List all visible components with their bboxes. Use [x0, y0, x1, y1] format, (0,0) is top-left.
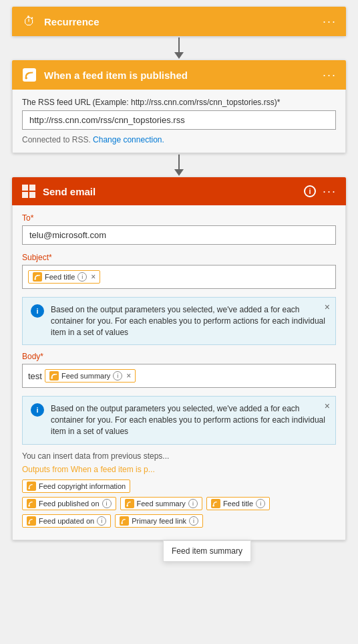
svg-point-7	[28, 488, 30, 490]
send-email-title: Send email	[43, 186, 304, 197]
svg-rect-4	[29, 192, 35, 198]
feed-trigger-header: When a feed item is published ···	[12, 60, 346, 90]
chip-info-2[interactable]: i	[102, 499, 112, 508]
chip-feed-published[interactable]: Feed published on i	[22, 497, 116, 510]
chip-feed-summary[interactable]: Feed summary i	[120, 497, 202, 510]
svg-point-8	[28, 505, 30, 507]
send-email-body: To* Subject*	[12, 205, 346, 540]
to-label: To*	[22, 213, 336, 223]
body-field-row: Body* test Feed summary i	[22, 352, 336, 388]
subject-feed-title-token[interactable]: Feed title i ×	[28, 270, 100, 284]
outputs-label: Outputs from When a feed item is p...	[22, 465, 336, 474]
info-box-2: i Based on the output parameters you sel…	[22, 396, 336, 444]
chip-label-1: Feed copyright information	[39, 482, 126, 490]
svg-point-10	[212, 505, 214, 507]
info-box-2-icon: i	[31, 403, 44, 417]
chip-rss-icon-5	[27, 516, 36, 526]
info-box-2-text: Based on the output parameters you selec…	[51, 403, 327, 437]
body-token-info[interactable]: i	[113, 371, 122, 381]
send-email-dots[interactable]: ···	[323, 185, 337, 199]
recurrence-title: Recurrence	[44, 16, 323, 27]
chip-rss-icon-1	[27, 481, 36, 491]
chip-feed-updated[interactable]: Feed updated on i	[22, 514, 111, 528]
body-text: test	[28, 371, 42, 381]
to-input[interactable]	[22, 225, 336, 245]
send-email-actions: i ···	[304, 185, 337, 199]
chip-rss-icon-4	[211, 499, 220, 508]
info-box-1-text: Based on the output parameters you selec…	[51, 304, 327, 338]
body-label: Body*	[22, 352, 336, 361]
clock-icon: ⏱	[21, 13, 37, 29]
chips-row-3: Feed updated on i Primary feed link i	[22, 514, 336, 528]
connector-1	[12, 36, 346, 60]
rss-header-icon	[21, 67, 37, 83]
rss-svg	[25, 70, 34, 80]
svg-point-0	[25, 77, 27, 80]
chip-feed-title[interactable]: Feed title i	[206, 497, 270, 510]
info-box-1: i Based on the output parameters you sel…	[22, 297, 336, 345]
connected-text: Connected to RSS. Change connection.	[22, 135, 336, 144]
body-feed-summary-token[interactable]: Feed summary i ×	[45, 369, 136, 383]
feed-trigger-title: When a feed item is published	[44, 70, 323, 81]
change-connection-link[interactable]: Change connection.	[93, 135, 164, 144]
send-email-info-icon[interactable]: i	[304, 185, 316, 197]
body-token-close[interactable]: ×	[126, 371, 131, 381]
chip-label-4: Feed title	[223, 500, 253, 508]
recurrence-actions: ···	[323, 15, 337, 29]
info-box-1-close[interactable]: ×	[325, 302, 330, 312]
recurrence-header: ⏱ Recurrence ···	[12, 7, 346, 36]
recurrence-card: ⏱ Recurrence ···	[12, 7, 346, 36]
chip-primary-feed-link[interactable]: Primary feed link i	[115, 514, 203, 528]
chip-info-3[interactable]: i	[188, 499, 198, 508]
chip-label-6: Primary feed link	[132, 517, 186, 525]
info-box-2-close[interactable]: ×	[325, 401, 330, 411]
svg-point-6	[51, 377, 53, 379]
chip-rss-icon-3	[125, 499, 134, 508]
body-token-rss-icon	[49, 371, 59, 381]
send-email-header: Send email i ···	[12, 177, 346, 205]
connector-2	[12, 153, 346, 177]
svg-rect-1	[22, 185, 28, 191]
svg-point-11	[28, 522, 30, 524]
body-input[interactable]: test Feed summary i ×	[22, 364, 336, 388]
to-field-row: To*	[22, 213, 336, 245]
tooltip-text: Feed item summary	[172, 546, 242, 556]
svg-point-12	[122, 522, 124, 524]
svg-rect-2	[29, 185, 35, 191]
chip-info-4[interactable]: i	[256, 499, 265, 508]
subject-token-label: Feed title	[45, 273, 75, 281]
office-icon	[21, 184, 36, 199]
chip-label-5: Feed updated on	[39, 517, 94, 525]
subject-label: Subject*	[22, 253, 336, 262]
svg-point-5	[34, 278, 36, 280]
feed-trigger-actions: ···	[323, 68, 337, 82]
svg-rect-3	[22, 192, 28, 198]
send-email-card: Send email i ··· To* Subject*	[12, 177, 346, 540]
url-input[interactable]	[22, 110, 336, 130]
chips-row-1: Feed copyright information	[22, 479, 336, 493]
chip-rss-icon-6	[120, 516, 129, 526]
chip-info-5[interactable]: i	[97, 516, 106, 526]
subject-token-close[interactable]: ×	[91, 272, 96, 282]
chip-label-3: Feed summary	[137, 500, 186, 508]
chips-row-2: Feed published on i Feed summary i	[22, 497, 336, 510]
body-token-label: Feed summary	[61, 372, 110, 380]
chip-rss-icon-2	[27, 499, 36, 508]
subject-field-row: Subject* Feed title i ×	[22, 253, 336, 289]
chip-feed-copyright[interactable]: Feed copyright information	[22, 479, 130, 493]
subject-input[interactable]: Feed title i ×	[22, 265, 336, 289]
chip-label-2: Feed published on	[39, 500, 100, 508]
info-box-1-icon: i	[31, 304, 44, 318]
insert-data-text: You can insert data from previous steps.…	[22, 451, 336, 461]
chip-info-6[interactable]: i	[189, 516, 198, 526]
feed-trigger-body: The RSS feed URL (Example: http://rss.cn…	[12, 90, 346, 153]
svg-point-9	[126, 505, 128, 507]
subject-token-info[interactable]: i	[77, 272, 87, 282]
recurrence-dots[interactable]: ···	[323, 15, 337, 29]
tooltip-popup: Feed item summary	[163, 540, 251, 562]
feed-trigger-card: When a feed item is published ··· The RS…	[12, 60, 346, 153]
feed-trigger-dots[interactable]: ···	[323, 68, 337, 82]
token-rss-icon	[33, 272, 42, 282]
url-label: The RSS feed URL (Example: http://rss.cn…	[22, 98, 336, 107]
